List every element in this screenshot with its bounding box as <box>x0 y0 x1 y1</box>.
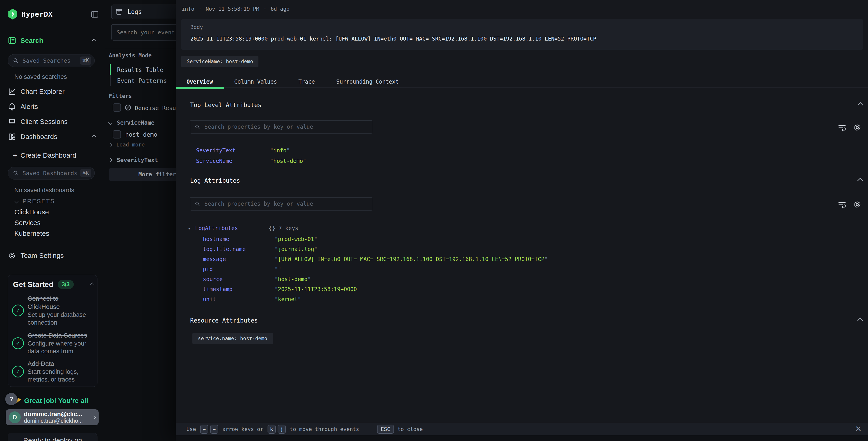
key-j[interactable]: j <box>278 424 286 434</box>
denoise-label[interactable]: Denoise Results <box>135 105 176 111</box>
mode-event-patterns[interactable]: Event Patterns <box>117 78 167 84</box>
app-title: HyperDX <box>22 10 53 18</box>
wrap-lines-icon[interactable] <box>838 201 846 209</box>
gear-icon[interactable] <box>853 200 862 209</box>
attribute-value[interactable]: journal.log <box>275 246 317 253</box>
attribute-key[interactable]: pid <box>203 264 275 274</box>
preset-clickhouse[interactable]: ClickHouse <box>14 208 49 216</box>
saved-dashboards-input[interactable]: ⌘K <box>8 167 95 179</box>
log-attributes-search-field[interactable] <box>204 201 368 207</box>
top-level-search[interactable] <box>190 120 372 134</box>
attribute-value[interactable]: host-demo <box>270 158 306 164</box>
saved-searches-input[interactable]: ⌘K <box>8 54 95 67</box>
sidebar-item-label: Dashboards <box>21 133 57 141</box>
event-search-input[interactable] <box>111 24 176 40</box>
source-select[interactable]: Logs <box>111 5 176 19</box>
sidebar-item-search[interactable]: Search <box>8 35 98 46</box>
filter-group-severitytext[interactable]: SeverityText <box>109 157 158 163</box>
attribute-value[interactable]: [UFW ALLOW] IN=eth0 OUT= MAC= SRC=192.16… <box>275 256 548 262</box>
denoise-checkbox[interactable] <box>113 104 121 112</box>
presets-group-header[interactable]: PRESETS <box>15 198 55 205</box>
chevron-up-icon[interactable] <box>92 135 96 139</box>
log-attributes-search[interactable] <box>190 197 372 210</box>
attribute-value[interactable]: host-demo <box>275 276 311 283</box>
shortcut-badge: ⌘K <box>80 169 91 177</box>
sidebar-item-alerts[interactable]: Alerts <box>8 101 98 112</box>
collapse-section-icon[interactable] <box>858 319 862 323</box>
user-menu[interactable]: D dominic.tran@clic... dominic.tran@clic… <box>6 409 99 425</box>
attribute-key[interactable]: SeverityText <box>196 145 270 156</box>
search-icon <box>194 201 200 207</box>
search-icon <box>12 170 19 176</box>
checklist-title: Connect to ClickHouse <box>28 295 91 311</box>
attribute-key[interactable]: hostname <box>203 234 275 244</box>
attribute-key[interactable]: message <box>203 254 275 264</box>
chevron-up-icon[interactable] <box>92 38 96 42</box>
attribute-value[interactable]: prod-web-01 <box>275 236 317 242</box>
gear-icon[interactable] <box>853 123 862 132</box>
top-level-search-field[interactable] <box>204 123 368 130</box>
load-more-button[interactable]: Load more <box>109 142 145 148</box>
key-arrow-right[interactable]: → <box>210 424 218 434</box>
help-button[interactable]: ? <box>5 393 18 405</box>
attribute-value[interactable]: info <box>270 147 290 154</box>
check-circle-icon: ✓ <box>12 337 24 349</box>
attribute-value[interactable] <box>275 266 281 272</box>
attribute-key[interactable]: ServiceName <box>196 156 270 166</box>
attribute-row: pid <box>203 264 281 274</box>
key-arrow-left[interactable]: ← <box>200 424 208 434</box>
attribute-key[interactable]: source <box>203 274 275 284</box>
checklist-item-sources[interactable]: ✓ Create Data Sources Configure where yo… <box>12 331 91 355</box>
attribute-value[interactable]: kernel <box>275 296 301 302</box>
get-started-header[interactable]: Get Started 3/3 <box>13 280 94 289</box>
host-demo-checkbox[interactable] <box>113 130 121 139</box>
dashboards-icon <box>8 133 17 141</box>
chevron-up-icon[interactable] <box>90 282 94 286</box>
key-k[interactable]: k <box>268 424 276 434</box>
body-label: Body <box>190 24 203 30</box>
filter-group-servicename[interactable]: ServiceName <box>109 119 155 126</box>
divider <box>0 48 105 48</box>
wrap-lines-icon[interactable] <box>838 123 846 132</box>
sidebar-item-client-sessions[interactable]: Client Sessions <box>8 117 98 127</box>
checklist-item-add-data[interactable]: ✓ Add Data Start sending logs, metrics, … <box>12 360 91 383</box>
host-demo-option[interactable]: host-demo <box>125 131 157 138</box>
logs-source-icon <box>115 8 123 16</box>
sidebar-item-team-settings[interactable]: Team Settings <box>8 251 98 261</box>
search-nav-icon <box>8 36 17 45</box>
preset-kubernetes[interactable]: Kubernetes <box>14 230 49 237</box>
tab-column-values[interactable]: Column Values <box>224 75 288 88</box>
active-tab-underline <box>176 87 224 89</box>
attribute-value[interactable]: 2025-11-11T23:58:19+0000 <box>275 286 360 292</box>
tab-trace[interactable]: Trace <box>287 75 326 88</box>
attribute-key[interactable]: unit <box>203 294 275 304</box>
sidebar-item-dashboards[interactable]: Dashboards <box>8 132 98 142</box>
checklist-item-connect[interactable]: ✓ Connect to ClickHouse Set up your data… <box>12 295 91 326</box>
collapse-section-icon[interactable] <box>858 179 862 184</box>
sidebar-item-chart-explorer[interactable]: Chart Explorer <box>8 87 98 96</box>
saved-searches-field[interactable] <box>22 57 77 64</box>
tab-surrounding-context[interactable]: Surrounding Context <box>326 75 410 88</box>
collapse-section-icon[interactable] <box>858 103 862 108</box>
preset-services[interactable]: Services <box>14 219 40 227</box>
saved-dashboards-field[interactable] <box>22 170 77 177</box>
tab-overview[interactable]: Overview <box>176 75 224 88</box>
attribute-key[interactable]: log.file.name <box>203 244 275 254</box>
footer-move-text: to move through events <box>290 426 359 432</box>
sidebar-collapse-icon[interactable] <box>90 10 99 19</box>
more-filters-button[interactable]: More filters <box>109 168 176 181</box>
tree-root-row[interactable]: ▾LogAttributes{} 7 keys <box>188 223 298 233</box>
tree-root-key[interactable]: LogAttributes <box>195 223 269 233</box>
event-age: 6d ago <box>271 6 290 12</box>
servicename-tag[interactable]: ServiceName: host-demo <box>181 56 258 67</box>
resource-tag[interactable]: service.name: host-demo <box>192 333 273 344</box>
deploy-note-card[interactable]: Ready to deploy on <box>8 433 97 441</box>
tree-expand-icon[interactable]: ▾ <box>188 224 195 234</box>
sidebar-item-label: Team Settings <box>21 252 64 260</box>
close-icon[interactable]: × <box>856 422 862 434</box>
mode-results-table[interactable]: Results Table <box>117 66 163 74</box>
attribute-key[interactable]: timestamp <box>203 284 275 294</box>
create-dashboard-button[interactable]: + Create Dashboard <box>13 150 76 160</box>
event-search-field[interactable] <box>116 29 176 36</box>
key-esc[interactable]: ESC <box>377 424 394 434</box>
